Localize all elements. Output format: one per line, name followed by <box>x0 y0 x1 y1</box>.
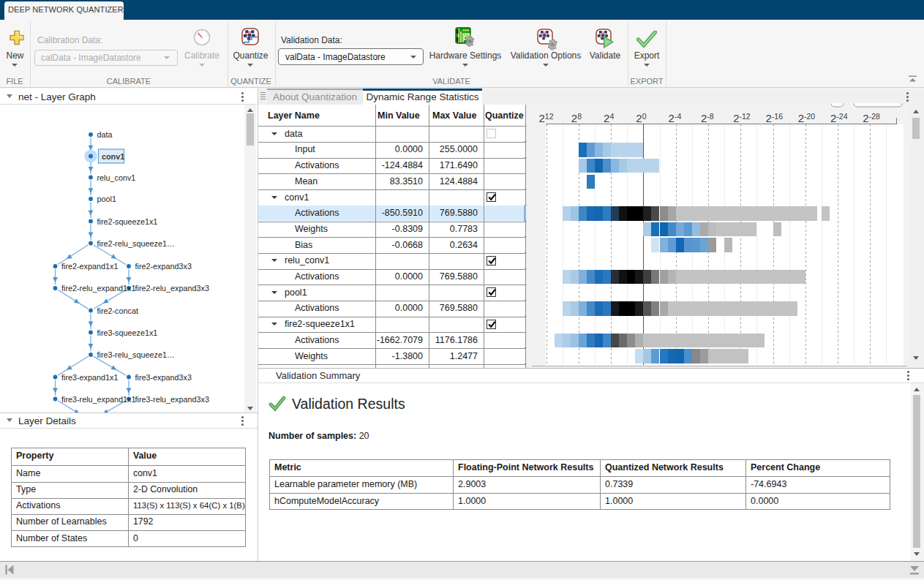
svg-text:fire2-expand3x3: fire2-expand3x3 <box>135 262 192 271</box>
svg-text:fire3-relu_expand3x3: fire3-relu_expand3x3 <box>135 395 209 404</box>
svg-text:fire2-expand1x1: fire2-expand1x1 <box>61 262 118 271</box>
svg-text:fire2-relu_squeeze1…: fire2-relu_squeeze1… <box>97 239 175 248</box>
svg-text:fire3-expand3x3: fire3-expand3x3 <box>135 373 192 382</box>
svg-text:fire3-expand1x1: fire3-expand1x1 <box>61 373 118 382</box>
svg-text:fire3-relu_expand1x1: fire3-relu_expand1x1 <box>61 395 135 404</box>
svg-text:fire2-squeeze1x1: fire2-squeeze1x1 <box>97 217 158 226</box>
svg-text:conv1: conv1 <box>102 152 124 161</box>
svg-text:data: data <box>97 130 113 139</box>
svg-text:fire3-squeeze1x1: fire3-squeeze1x1 <box>97 328 158 337</box>
svg-text:pool1: pool1 <box>97 195 116 203</box>
svg-text:fire2-relu_expand3x3: fire2-relu_expand3x3 <box>135 284 209 293</box>
svg-text:fire2-relu_expand1x1: fire2-relu_expand1x1 <box>61 284 135 293</box>
svg-text:relu_conv1: relu_conv1 <box>97 173 136 182</box>
svg-text:fire2-concat: fire2-concat <box>97 306 138 315</box>
svg-text:fire3-relu_squeeze1…: fire3-relu_squeeze1… <box>97 350 175 359</box>
